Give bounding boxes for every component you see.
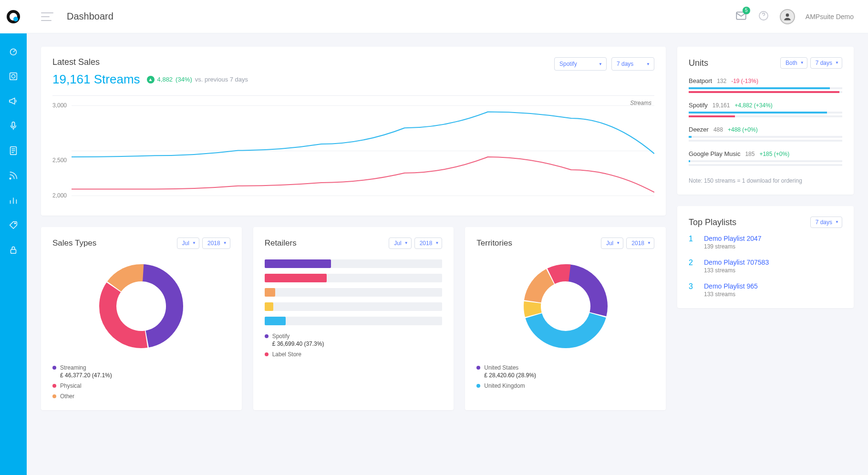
- svg-point-5: [10, 178, 11, 179]
- arrow-up-icon: ▲: [147, 76, 155, 83]
- username: AMPsuite Demo: [806, 13, 854, 21]
- sales-types-title: Sales Types: [52, 238, 96, 248]
- playlists-range-select[interactable]: 7 days: [810, 217, 842, 228]
- retailers-card: Retailers Jul 2018 Spotify£ 36,699.40 (3…: [253, 227, 454, 410]
- sales-types-donut: [93, 258, 189, 354]
- report-icon[interactable]: [8, 145, 19, 156]
- territories-year-select[interactable]: 2018: [626, 238, 654, 249]
- page-title: Dashboard: [67, 11, 114, 22]
- svg-point-6: [15, 223, 16, 224]
- legend-item: Other: [52, 393, 230, 400]
- retailers-title: Retailers: [265, 238, 297, 248]
- sales-types-month-select[interactable]: Jul: [177, 238, 199, 249]
- rss-icon[interactable]: [8, 170, 19, 181]
- retailer-bar: [265, 288, 443, 297]
- legend-item: Streaming£ 46,377.20 (47.1%): [52, 364, 230, 379]
- units-type-select[interactable]: Both: [780, 57, 807, 69]
- retailer-bar: [265, 274, 443, 282]
- svg-rect-3: [12, 122, 15, 127]
- units-row: Beatport 132 -19 (-13%): [689, 77, 842, 93]
- units-row: Deezer 488 +488 (+0%): [689, 126, 842, 142]
- units-row: Spotify 19,161 +4,882 (+34%): [689, 102, 842, 117]
- lock-icon[interactable]: [8, 244, 19, 256]
- top-playlists-card: Top Playlists 7 days 1 Demo Playlist 204…: [677, 206, 854, 308]
- latest-sales-headline: 19,161 Streams ▲ 4,882 (34%) vs. previou…: [52, 72, 248, 87]
- units-row: Google Play Music 185 +185 (+0%): [689, 150, 842, 166]
- latest-sales-chart: Streams 3,000 2,500 2,000: [52, 95, 654, 205]
- territories-card: Territories Jul 2018 United States£ 28,4…: [465, 227, 666, 410]
- territories-month-select[interactable]: Jul: [601, 238, 623, 249]
- y-label-3000: 3,000: [52, 102, 67, 109]
- y-label-2500: 2,500: [52, 157, 67, 164]
- legend-item: Label Store: [265, 351, 443, 358]
- playlist-item[interactable]: 3 Demo Playlist 965133 streams: [689, 282, 842, 298]
- help-icon[interactable]: [758, 10, 769, 23]
- legend-item: United States£ 28,420.60 (28.9%): [476, 364, 654, 379]
- retailers-month-select[interactable]: Jul: [389, 238, 411, 249]
- gauge-icon[interactable]: [8, 46, 19, 57]
- legend-item: Physical: [52, 382, 230, 389]
- delta-value: 4,882: [157, 76, 173, 83]
- legend-item: United Kingdom: [476, 382, 654, 389]
- sales-types-card: Sales Types Jul 2018 Streaming£ 46,377.2…: [41, 227, 242, 410]
- latest-sales-card: Latest Sales 19,161 Streams ▲ 4,882 (34%…: [41, 47, 666, 216]
- range-select-value: 7 days: [617, 61, 633, 67]
- tag-icon[interactable]: [8, 219, 19, 231]
- svg-rect-1: [10, 73, 17, 80]
- avatar[interactable]: [780, 9, 795, 24]
- units-card: Units Both 7 days Beatport 132 -19 (-13%…: [677, 47, 854, 195]
- units-range-select[interactable]: 7 days: [810, 57, 842, 69]
- delta-vs: vs. previous 7 days: [195, 76, 248, 83]
- y-label-2000: 2,000: [52, 192, 67, 199]
- menu-toggle[interactable]: [41, 12, 53, 21]
- topbar: Dashboard 5 AMPsuite Demo: [27, 0, 868, 33]
- playlist-item[interactable]: 1 Demo Playlist 2047139 streams: [689, 235, 842, 250]
- latest-sales-value: 19,161 Streams: [52, 72, 140, 87]
- territories-donut: [518, 258, 613, 354]
- mail-badge: 5: [743, 7, 750, 14]
- svg-point-2: [11, 74, 15, 78]
- logo[interactable]: [0, 0, 27, 33]
- latest-sales-delta: ▲ 4,882 (34%) vs. previous 7 days: [147, 76, 248, 83]
- disc-icon[interactable]: [8, 71, 19, 82]
- svg-point-0: [10, 49, 17, 55]
- playlist-item[interactable]: 2 Demo Playlist 707583133 streams: [689, 258, 842, 274]
- source-select-value: Spotify: [559, 61, 577, 67]
- bars-icon[interactable]: [8, 195, 19, 206]
- latest-sales-title: Latest Sales: [52, 57, 248, 67]
- source-select[interactable]: Spotify: [554, 57, 607, 71]
- top-playlists-title: Top Playlists: [689, 217, 736, 227]
- megaphone-icon[interactable]: [8, 95, 19, 107]
- legend-item: Spotify£ 36,699.40 (37.3%): [265, 333, 443, 347]
- range-select[interactable]: 7 days: [611, 57, 654, 71]
- sales-types-year-select[interactable]: 2018: [202, 238, 230, 249]
- units-note: Note: 150 streams = 1 download for order…: [689, 177, 842, 184]
- retailers-year-select[interactable]: 2018: [414, 238, 443, 249]
- territories-title: Territories: [476, 238, 512, 248]
- svg-point-10: [786, 13, 789, 17]
- svg-rect-7: [11, 249, 16, 253]
- mic-icon[interactable]: [8, 120, 19, 132]
- retailer-bar: [265, 259, 443, 268]
- mail-icon[interactable]: 5: [735, 10, 747, 24]
- sidebar: [0, 0, 27, 475]
- delta-pct: (34%): [176, 76, 192, 83]
- retailer-bar: [265, 302, 443, 311]
- units-title: Units: [689, 58, 708, 68]
- retailer-bar: [265, 317, 443, 325]
